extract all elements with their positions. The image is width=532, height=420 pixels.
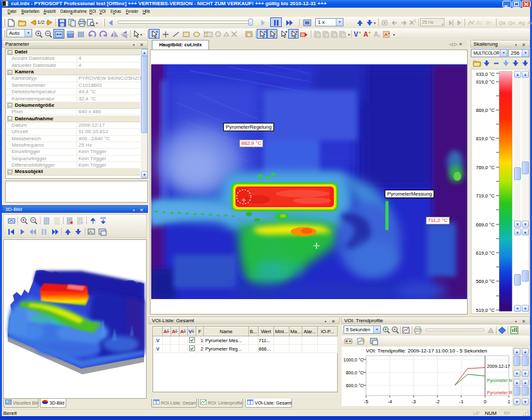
svg-text:z: z [378,33,381,38]
svg-text:-4: -4 [388,399,392,405]
svg-text:Av: Av [527,20,532,26]
svg-text:VOI: Trendprofile: 2009-12-17: VOI: Trendprofile: 2009-12-17 11:00:10 -… [366,348,487,354]
svg-text:0↑: 0↑ [486,20,491,26]
svg-text:A: A [363,31,368,38]
svg-text:Ag: Ag [518,20,525,26]
svg-text:-1: -1 [459,399,464,405]
svg-text:0↓: 0↓ [477,20,482,26]
svg-text:Qa: Qa [499,20,506,26]
svg-text:-2: -2 [436,399,440,405]
svg-text:-3: -3 [412,399,416,405]
svg-text:0: 0 [484,399,486,405]
svg-text:600,0 °C: 600,0 °C [346,383,363,388]
svg-text:800,0 °C: 800,0 °C [346,370,363,375]
svg-text:Qv: Qv [508,20,515,26]
svg-text:2009-12-17: 2009-12-17 [487,364,510,369]
svg-text:V: V [354,31,358,38]
svg-text:1000,0 °C: 1000,0 °C [344,358,363,362]
svg-text:1: 1 [508,399,510,405]
svg-text:-5: -5 [364,399,369,405]
svg-text:Pyrometer R: Pyrometer R [487,390,512,396]
svg-text:Pyrometer M: Pyrometer M [487,378,512,383]
